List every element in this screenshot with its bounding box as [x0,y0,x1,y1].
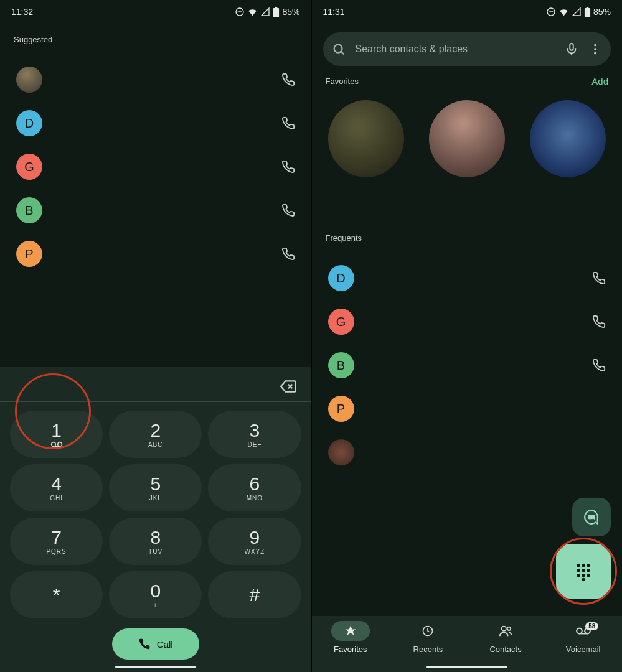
phone-icon[interactable] [281,160,295,174]
status-bar: 11:31 85% [312,0,623,24]
nav-contacts[interactable]: Contacts [467,621,545,672]
phone-home-panel: 11:31 85% Search contacts & places Favor… [311,0,623,672]
video-call-fab[interactable] [572,498,611,536]
avatar[interactable]: B [328,352,354,378]
dialer: 1 2ABC 3DEF 4GHI 5JKL 6MNO 7PQRS 8TUV 9W… [0,367,311,672]
frequents-section: Frequents D G B P [312,233,623,474]
voicemail-badge: 58 [585,622,598,630]
contact-row[interactable]: P [326,387,609,431]
favorite-contact[interactable] [429,100,505,177]
svg-point-29 [587,574,590,577]
contact-row[interactable]: D [326,256,609,300]
search-icon [332,42,346,56]
battery-percent: 85% [593,7,611,17]
favorites-section: Favorites Add [312,66,623,177]
contact-row[interactable] [326,431,609,474]
favorite-contact[interactable] [328,100,404,177]
phone-icon[interactable] [592,271,606,285]
phone-icon[interactable] [592,358,606,372]
phone-icon[interactable] [281,203,295,217]
search-bar[interactable]: Search contacts & places [323,32,611,66]
svg-rect-3 [275,7,278,8]
dial-key-7[interactable]: 7PQRS [10,518,103,565]
home-indicator[interactable] [115,666,196,668]
svg-rect-15 [570,44,573,50]
dial-key-8[interactable]: 8TUV [109,518,202,565]
suggested-section: Suggested D G B P [0,24,311,367]
contact-row[interactable] [14,58,298,101]
dial-key-5[interactable]: 5JKL [109,464,202,511]
home-indicator[interactable] [426,666,507,668]
phone-icon[interactable] [592,315,606,329]
favorites-label: Favorites [326,77,359,86]
signal-icon [572,7,582,17]
backspace-icon[interactable] [280,378,296,394]
avatar[interactable]: D [328,265,354,291]
dial-key-hash[interactable]: # [208,571,301,618]
status-time: 11:32 [11,7,33,17]
dnd-icon [235,7,245,17]
svg-point-17 [594,44,596,47]
dial-key-2[interactable]: 2ABC [109,411,202,458]
favorite-contact[interactable] [530,100,606,177]
dial-key-1[interactable]: 1 [10,411,103,458]
star-icon [344,625,357,637]
contact-row[interactable]: B [14,189,298,232]
contact-row[interactable]: P [14,232,298,276]
dial-key-star[interactable]: * [10,571,103,618]
avatar[interactable]: G [16,154,42,180]
avatar[interactable]: P [16,241,42,267]
avatar[interactable]: D [16,110,42,136]
contact-row[interactable]: B [326,343,609,387]
nav-favorites[interactable]: Favorites [312,621,390,672]
nav-recents[interactable]: Recents [389,621,467,672]
avatar[interactable]: P [328,396,354,422]
dial-key-9[interactable]: 9WXYZ [208,518,301,565]
avatar[interactable] [16,67,42,93]
contacts-icon [499,624,512,638]
svg-point-19 [594,52,596,55]
svg-point-21 [577,564,580,567]
avatar[interactable] [328,439,354,465]
svg-point-27 [577,574,580,577]
svg-point-23 [587,564,590,567]
phone-icon[interactable] [281,247,295,261]
add-favorite-button[interactable]: Add [591,76,608,86]
contact-row[interactable]: D [14,101,298,145]
svg-point-18 [594,48,596,50]
search-placeholder: Search contacts & places [356,44,555,55]
avatar[interactable]: B [16,197,42,223]
svg-rect-2 [273,8,279,17]
avatar[interactable]: G [328,309,354,335]
more-icon[interactable] [588,42,602,56]
nav-voicemail[interactable]: 58 Voicemail [544,621,622,672]
phone-icon[interactable] [281,116,295,130]
dial-key-3[interactable]: 3DEF [208,411,301,458]
contact-row[interactable]: G [14,145,298,189]
wifi-icon [247,7,258,17]
svg-point-24 [577,569,580,572]
bottom-nav: Favorites Recents Contacts 58 Voicemail [312,616,623,672]
battery-percent: 85% [282,7,299,17]
svg-point-33 [507,627,511,631]
status-bar: 11:32 85% [0,0,311,24]
contact-row[interactable]: G [326,300,609,343]
phone-icon [138,638,151,650]
dialer-panel: 11:32 85% Suggested D G B P [0,0,311,672]
wifi-icon [558,7,569,17]
dial-key-0[interactable]: 0+ [109,571,202,618]
status-time: 11:31 [323,7,345,17]
dial-grid: 1 2ABC 3DEF 4GHI 5JKL 6MNO 7PQRS 8TUV 9W… [0,402,311,625]
dial-key-6[interactable]: 6MNO [208,464,301,511]
svg-rect-12 [587,7,589,8]
dial-key-4[interactable]: 4GHI [10,464,103,511]
dnd-icon [546,7,556,17]
svg-line-14 [341,52,344,54]
dialpad-fab[interactable] [556,544,611,599]
call-button[interactable]: Call [112,628,199,660]
mic-icon[interactable] [565,42,578,56]
voicemail-icon [50,441,63,447]
phone-icon[interactable] [281,73,295,86]
svg-point-26 [587,569,590,572]
battery-icon [584,7,591,17]
